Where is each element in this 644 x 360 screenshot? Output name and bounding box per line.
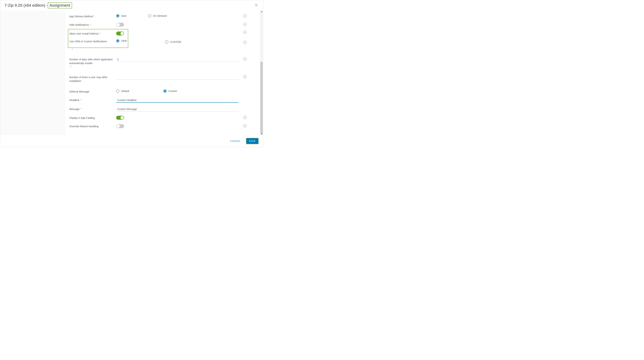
input-defer-times[interactable] xyxy=(116,75,238,79)
row-defer-times: Number of times a user may defer install… xyxy=(69,73,251,85)
label-defer-times: Number of times a user may defer install… xyxy=(69,75,116,83)
label-allow-deferral: Allow User Install Deferral* xyxy=(69,31,116,36)
scrollbar[interactable] xyxy=(260,11,263,135)
label-days-auto-install: Number of days after which application a… xyxy=(69,57,116,69)
row-override-reboot: Override Reboot Handling i xyxy=(69,122,251,130)
radio-icon xyxy=(165,40,168,43)
content-wrapper: App Delivery Method* Auto On Demand xyxy=(65,11,263,135)
radio-icon xyxy=(116,89,120,93)
title-suffix-highlight: Assignment xyxy=(48,2,72,8)
radio-label-custom: Custom xyxy=(168,90,177,92)
info-icon[interactable]: i xyxy=(243,14,246,17)
radio-label-uem: UEM xyxy=(121,39,127,42)
radio-default-msg[interactable]: Default xyxy=(116,89,129,93)
label-override-reboot: Override Reboot Handling xyxy=(69,124,116,128)
radio-icon xyxy=(148,14,151,17)
input-days-auto-install[interactable] xyxy=(116,57,238,62)
label-display-catalog: Display in App Catalog xyxy=(69,116,116,120)
label-message: Message* xyxy=(69,107,116,111)
close-icon xyxy=(255,3,258,7)
label-uem-custom: Use UEM or Custom Notifications xyxy=(69,39,116,43)
modal-body: App Delivery Method* Auto On Demand xyxy=(0,11,263,135)
info-icon[interactable]: i xyxy=(243,124,246,127)
row-message: Message* xyxy=(69,105,251,114)
info-icon[interactable]: i xyxy=(243,75,246,78)
row-app-delivery: App Delivery Method* Auto On Demand xyxy=(69,12,251,20)
radio-uem[interactable]: UEM xyxy=(116,39,127,42)
close-button[interactable] xyxy=(254,2,258,8)
modal-title: 7-Zip 9.20 (x64 edition) - Assignment xyxy=(4,2,72,8)
radio-custom-notif[interactable]: CUSTOM xyxy=(165,40,181,43)
row-headline: Headline* xyxy=(69,96,251,105)
row-display-catalog: Display in App Catalog i xyxy=(69,114,251,122)
label-headline: Headline* xyxy=(69,98,116,102)
title-prefix: 7-Zip 9.20 (x64 edition) - xyxy=(4,3,48,8)
row-hide-notifications: Hide Notifications* i xyxy=(69,20,251,29)
row-days-auto-install: Number of days after which application a… xyxy=(69,55,251,71)
required-mark-uem: * xyxy=(72,48,73,51)
label-deferral-message: Deferral Message xyxy=(69,89,116,94)
info-icon[interactable]: i xyxy=(243,116,246,119)
form-content: App Delivery Method* Auto On Demand xyxy=(65,11,260,135)
toggle-override-reboot[interactable] xyxy=(116,124,124,128)
info-icon[interactable]: i xyxy=(243,23,246,26)
toggle-allow-deferral[interactable] xyxy=(116,31,124,35)
radio-label-custom-notif: CUSTOM xyxy=(170,40,181,43)
radio-custom-msg[interactable]: Custom xyxy=(163,89,177,93)
radio-icon xyxy=(116,14,120,17)
modal-header: 7-Zip 9.20 (x64 edition) - Assignment xyxy=(0,0,263,11)
scroll-down-icon[interactable] xyxy=(261,134,262,135)
scrollbar-thumb[interactable] xyxy=(260,62,263,134)
input-headline[interactable] xyxy=(116,98,238,103)
radio-on-demand[interactable]: On Demand xyxy=(148,14,166,17)
cancel-button[interactable]: CANCEL xyxy=(228,138,243,144)
label-app-delivery: App Delivery Method* xyxy=(69,14,116,18)
save-button[interactable]: SAVE xyxy=(246,138,258,144)
scroll-up-icon[interactable] xyxy=(261,11,262,12)
radio-auto[interactable]: Auto xyxy=(116,14,126,17)
info-icon[interactable]: i xyxy=(243,41,246,44)
row-allow-deferral: Allow User Install Deferral* xyxy=(69,29,128,39)
radio-icon xyxy=(116,39,120,42)
radio-icon xyxy=(163,89,166,93)
radio-label-auto: Auto xyxy=(121,14,126,17)
input-message[interactable] xyxy=(116,107,238,111)
label-hide-notifications: Hide Notifications* xyxy=(69,23,116,27)
toggle-display-catalog[interactable] xyxy=(116,116,124,120)
row-uem-custom: Use UEM or Custom Notifications UEM xyxy=(69,39,128,47)
sidebar xyxy=(0,11,65,135)
row-deferral-message: Deferral Message Default Custom xyxy=(69,87,251,96)
radio-label-default: Default xyxy=(121,90,129,92)
highlight-deferral-box: Allow User Install Deferral* Use UEM or … xyxy=(68,29,128,48)
toggle-hide-notifications[interactable] xyxy=(116,23,124,27)
info-icon[interactable]: i xyxy=(243,30,246,34)
save-button-highlight: SAVE xyxy=(246,138,258,144)
modal-footer: CANCEL SAVE xyxy=(0,135,263,147)
assignment-modal: 7-Zip 9.20 (x64 edition) - Assignment Ap… xyxy=(0,0,263,147)
info-icon[interactable]: i xyxy=(243,57,246,60)
radio-label-on-demand: On Demand xyxy=(153,14,166,17)
